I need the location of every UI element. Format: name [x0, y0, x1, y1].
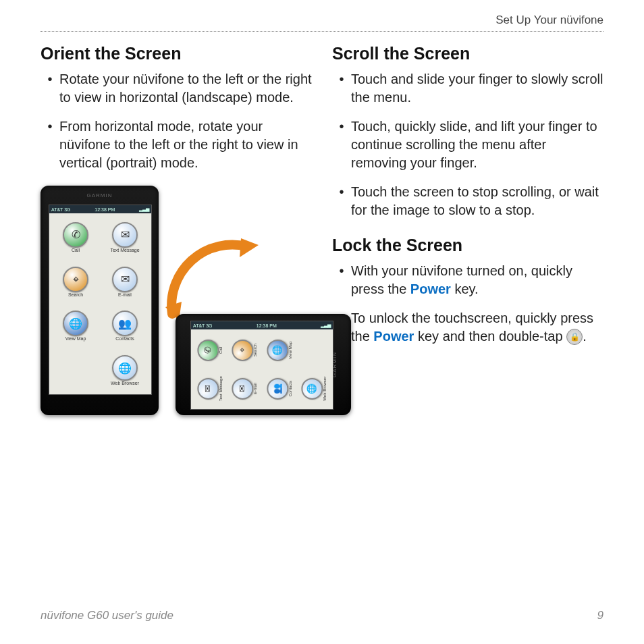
power-keyword: Power: [373, 329, 414, 344]
app-view-map: 🌐View Map: [52, 305, 99, 348]
app-text-message: ✉Text Message: [192, 372, 228, 404]
app-e-mail: ✉E-mail: [101, 261, 149, 303]
list-item: •Touch the screen to stop scrolling, or …: [332, 183, 603, 219]
list-item: • To unlock the touchscreen, quickly pre…: [332, 309, 603, 346]
app-web-browser: 🌐Web Browser: [296, 372, 332, 404]
app-text-message: ✉Text Message: [101, 216, 149, 259]
power-keyword: Power: [410, 281, 451, 296]
app-contacts: 👥Contacts: [101, 305, 149, 348]
phone-portrait: GARMIN AT&T 3G12:38 PM▂▃▅ ✆Call✉Text Mes…: [41, 186, 159, 415]
list-item: •Touch and slide your finger to slowly s…: [332, 70, 603, 107]
app-call: ✆Call: [52, 216, 99, 259]
lock-heading: Lock the Screen: [332, 236, 603, 255]
orient-list: •Rotate your nüvifone to the left or the…: [41, 70, 312, 172]
list-item: •From horizontal mode, rotate your nüvif…: [41, 117, 312, 172]
left-column: Orient the Screen •Rotate your nüvifone …: [41, 44, 312, 469]
right-column: Scroll the Screen •Touch and slide your …: [332, 44, 603, 469]
phone-brand: GARMIN: [41, 192, 159, 198]
scroll-list: •Touch and slide your finger to slowly s…: [332, 70, 603, 219]
lock-icon: 🔒: [566, 329, 583, 345]
app-view-map: 🌐View Map: [261, 334, 298, 367]
scroll-heading: Scroll the Screen: [332, 44, 603, 63]
orient-heading: Orient the Screen: [41, 44, 312, 63]
page-number: 9: [597, 609, 603, 622]
app-search: ⌖Search: [227, 334, 263, 367]
section-header: Set Up Your nüvifone: [41, 14, 603, 32]
lock-list: • With your nüvifone turned on, quickly …: [332, 262, 603, 346]
phone-statusbar: AT&T 3G12:38 PM▂▃▅: [191, 321, 333, 329]
list-item: • With your nüvifone turned on, quickly …: [332, 262, 603, 298]
app-search: ⌖Search: [52, 261, 99, 303]
app-web-browser: 🌐Web Browser: [101, 349, 149, 392]
phones-illustration: GARMIN AT&T 3G12:38 PM▂▃▅ ✆Call✉Text Mes…: [41, 186, 312, 469]
app-contacts: 👥Contacts: [261, 372, 298, 404]
app-blank: [296, 334, 332, 367]
footer-guide: nüvifone G60 user's guide: [41, 609, 173, 622]
list-item: •Rotate your nüvifone to the left or the…: [41, 70, 312, 107]
app-e-mail: ✉E-mail: [227, 372, 263, 404]
phone-landscape: GARMIN AT&T 3G12:38 PM▂▃▅ ✆Call⌖Search🌐V…: [176, 314, 351, 415]
list-item: •Touch, quickly slide, and lift your fin…: [332, 117, 603, 172]
svg-marker-1: [240, 238, 259, 257]
phone-statusbar: AT&T 3G12:38 PM▂▃▅: [49, 205, 151, 213]
app-blank: [52, 349, 99, 392]
app-call: ✆Call: [192, 334, 228, 367]
